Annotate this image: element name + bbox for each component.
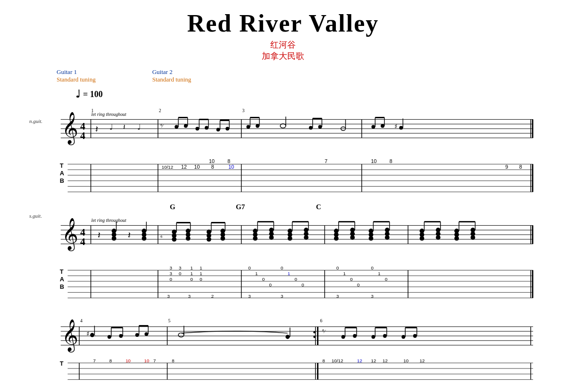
svg-text:3: 3 — [371, 294, 374, 299]
svg-text:3: 3 — [169, 271, 172, 276]
svg-text:0: 0 — [269, 282, 272, 287]
svg-text:12: 12 — [420, 358, 425, 363]
svg-text:0: 0 — [336, 265, 339, 270]
page: Red River Valley 红河谷 加拿大民歌 Guitar 1 Stan… — [0, 0, 566, 392]
svg-text:♩: ♩ — [109, 123, 113, 131]
svg-text:1: 1 — [343, 271, 346, 276]
svg-text:0: 0 — [281, 265, 283, 270]
svg-text:3: 3 — [248, 294, 251, 299]
guitar1-info: Guitar 1 Standard tuning — [57, 68, 96, 83]
svg-point-142 — [304, 228, 308, 232]
bottom-system: 𝄞 4 ♯ . — [28, 312, 538, 383]
subtitle-cn: 红河谷 — [28, 39, 538, 50]
svg-text:8: 8 — [227, 158, 230, 164]
svg-text:0: 0 — [350, 277, 353, 282]
svg-point-41 — [309, 126, 313, 130]
svg-text:8: 8 — [172, 358, 175, 363]
svg-text:10/12: 10/12 — [332, 358, 343, 363]
svg-text:B: B — [60, 283, 64, 290]
svg-text:0: 0 — [371, 265, 374, 270]
svg-text:8: 8 — [211, 164, 214, 170]
tempo-line: ♩ = 100 — [75, 88, 538, 100]
bottom-tab-svg: T 7 8 10 10 7 — [28, 357, 538, 383]
guitar1-name: Guitar 1 — [57, 68, 96, 76]
svg-text:♯: ♯ — [86, 330, 90, 337]
svg-text:4: 4 — [80, 130, 85, 141]
svg-point-17 — [175, 125, 178, 129]
svg-point-248 — [119, 334, 123, 338]
svg-text:0: 0 — [191, 277, 193, 282]
svg-text:B: B — [60, 177, 64, 184]
svg-point-152 — [350, 228, 355, 232]
svg-point-24 — [205, 126, 208, 130]
svg-point-176 — [454, 229, 459, 233]
svg-point-171 — [436, 228, 441, 232]
svg-text:A: A — [60, 170, 64, 177]
guitar1-tab-svg: T A B 10 — [28, 155, 538, 192]
guitar2-system: s.guit. G G7 C 𝄞 4 — [28, 200, 538, 303]
svg-text:4: 4 — [80, 236, 85, 247]
svg-point-133 — [269, 228, 274, 232]
chord-C: C — [316, 203, 321, 211]
svg-text:10: 10 — [209, 158, 215, 164]
svg-text:0: 0 — [385, 277, 388, 282]
guitar2-notation-svg: 𝄞 4 4 let ring throughout 𝄽 𝄽 — [28, 211, 538, 263]
svg-text:A: A — [60, 276, 64, 283]
svg-point-243 — [90, 333, 94, 337]
guitar1-staff-label: n.guit. — [29, 118, 42, 124]
chord-G: G — [170, 203, 175, 211]
svg-text:3: 3 — [281, 294, 283, 299]
guitar2-info: Guitar 2 Standard tuning — [152, 68, 191, 83]
svg-point-55 — [399, 126, 403, 130]
guitar2-staff-label: s.guit. — [29, 213, 42, 219]
svg-text:1: 1 — [191, 265, 193, 270]
svg-text:1: 1 — [92, 108, 94, 113]
svg-text:0: 0 — [357, 282, 360, 287]
svg-point-251 — [135, 333, 139, 337]
svg-text:3: 3 — [167, 294, 170, 299]
guitar1-system: n.guit. 𝄞 4 4 let ring through — [28, 105, 538, 192]
svg-point-34 — [246, 125, 250, 129]
svg-point-273 — [372, 335, 375, 339]
svg-text:2: 2 — [159, 108, 161, 113]
svg-point-148 — [334, 229, 339, 233]
svg-text:let ring throughout: let ring throughout — [92, 218, 126, 223]
svg-text:1: 1 — [200, 271, 202, 276]
svg-point-258 — [178, 333, 184, 337]
svg-text:12: 12 — [383, 358, 388, 363]
svg-text:0: 0 — [301, 282, 304, 287]
svg-text:8: 8 — [322, 358, 325, 363]
svg-text:♩: ♩ — [137, 123, 141, 131]
svg-text:12: 12 — [357, 358, 362, 363]
system-group-3: 𝄞 4 ♯ . — [28, 312, 538, 383]
svg-point-22 — [195, 127, 199, 131]
svg-text:1: 1 — [191, 271, 193, 276]
svg-point-280 — [413, 334, 417, 338]
svg-text:12: 12 — [371, 358, 376, 363]
bottom-notation-svg: 𝄞 4 ♯ . — [28, 312, 538, 359]
svg-text:0: 0 — [169, 277, 172, 282]
svg-text:10: 10 — [228, 164, 234, 170]
guitar2-tab-svg: T A B — [28, 261, 538, 303]
guitar-info: Guitar 1 Standard tuning Guitar 2 Standa… — [57, 68, 538, 83]
treble-clef-1: 𝄞 — [62, 112, 78, 146]
svg-text:8: 8 — [109, 358, 112, 363]
svg-text:T: T — [60, 360, 64, 367]
svg-text:0: 0 — [262, 277, 265, 282]
svg-point-246 — [108, 335, 111, 339]
svg-point-27 — [216, 128, 220, 131]
svg-text:1: 1 — [288, 271, 290, 276]
guitar1-tuning: Standard tuning — [57, 76, 96, 83]
svg-point-29 — [225, 127, 229, 131]
svg-point-157 — [369, 229, 374, 233]
svg-text:12: 12 — [181, 164, 187, 170]
svg-point-138 — [288, 229, 292, 233]
svg-point-161 — [385, 228, 390, 232]
svg-text:2: 2 — [211, 294, 214, 299]
svg-text:0: 0 — [200, 277, 202, 282]
svg-text:7: 7 — [153, 358, 156, 363]
svg-point-123 — [220, 229, 225, 233]
svg-point-180 — [471, 228, 475, 232]
svg-point-99 — [112, 229, 117, 233]
svg-text:6: 6 — [320, 318, 323, 323]
